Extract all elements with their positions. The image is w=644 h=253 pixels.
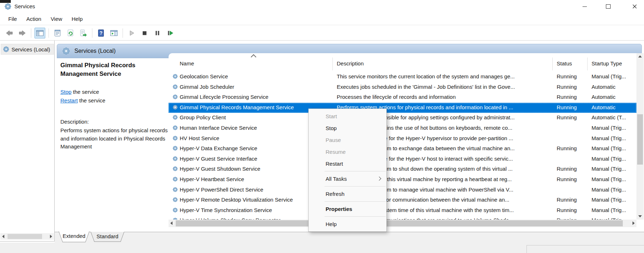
table-row[interactable]: Gimmal Physical Records Management Servi… (169, 103, 636, 113)
stop-icon[interactable] (139, 28, 150, 38)
menu-action[interactable]: Action (22, 13, 46, 25)
pause-icon[interactable] (152, 28, 163, 38)
menu-item-label: Help (326, 221, 337, 227)
context-menu-item-stop[interactable]: Stop (309, 122, 386, 134)
table-row[interactable]: Hyper-V Remote Desktop Virtualization Se… (169, 195, 636, 206)
context-menu-item-pause[interactable]: Pause (309, 134, 386, 146)
menu-separator (325, 186, 386, 187)
back-icon[interactable] (4, 28, 15, 38)
export-list-icon[interactable] (78, 28, 89, 38)
context-menu-item-start[interactable]: Start (309, 110, 386, 122)
scrollbar-thumb[interactable] (176, 220, 623, 226)
submenu-arrow-icon (377, 176, 381, 180)
menu-view[interactable]: View (46, 13, 67, 25)
table-row[interactable]: Group Policy ClientThe service is respon… (169, 113, 636, 123)
stop-service-line: Stop the service (60, 88, 165, 96)
tab-extended[interactable]: Extended (59, 231, 89, 242)
scroll-up-icon[interactable] (638, 55, 642, 58)
menu-help[interactable]: Help (67, 13, 87, 25)
column-header-status[interactable]: Status (557, 60, 572, 66)
stop-service-link[interactable]: Stop (60, 89, 72, 95)
selected-service-title: Gimmal Physical Records Management Servi… (60, 61, 165, 78)
scrollbar-thumb[interactable] (637, 114, 643, 165)
service-gear-icon (172, 115, 178, 120)
title-bar: Services (0, 0, 644, 13)
restart-icon[interactable] (165, 28, 176, 38)
scroll-left-icon[interactable] (170, 221, 172, 225)
refresh-icon[interactable] (65, 28, 76, 38)
name-cell: Gimmal Lifecycle Processing Service (180, 94, 332, 100)
table-row[interactable]: Hyper-V Data Exchange ServiceProvides a … (169, 144, 636, 154)
services-window: Services FileActionViewHelp ? Services (… (0, 0, 644, 253)
tab-label: Standard (91, 232, 124, 241)
show-action-pane-icon[interactable] (109, 28, 119, 38)
column-header-startup-type[interactable]: Startup Type (592, 60, 622, 66)
close-icon (632, 4, 637, 9)
table-row[interactable]: Gimmal Lifecycle Processing ServiceProce… (169, 92, 636, 103)
status-cell: Running (557, 104, 587, 110)
menu-separator (325, 171, 386, 171)
services-gear-icon (3, 46, 9, 52)
startup-type-cell: Manual (Trig... (592, 197, 635, 203)
menu-item-label: Properties (326, 206, 352, 212)
service-gear-icon (172, 197, 178, 203)
table-row[interactable]: Hyper-V Volume Shadow Copy RequestorCoor… (169, 216, 636, 220)
tree-horizontal-scrollbar[interactable] (0, 233, 54, 240)
description-cell: Executes jobs scheduled in the 'Gimmal -… (337, 84, 551, 90)
context-menu-item-restart[interactable]: Restart (309, 158, 386, 170)
context-menu: StartStopPauseResumeRestartAll TasksRefr… (308, 109, 387, 232)
startup-type-cell: Automatic (592, 104, 635, 110)
table-row[interactable]: Hyper-V Guest Service InterfaceProvides … (169, 154, 636, 165)
status-cell: Running (557, 166, 587, 172)
table-row[interactable]: Hyper-V Guest Shutdown ServiceProvides a… (169, 164, 636, 175)
menu-file[interactable]: File (4, 13, 22, 25)
restart-service-line: Restart the service (60, 96, 165, 105)
toolbar-separator (123, 28, 123, 38)
table-row[interactable]: Hyper-V Heartbeat ServiceMonitors the st… (169, 175, 636, 185)
tab-standard[interactable]: Standard (91, 232, 124, 242)
properties-icon[interactable] (52, 28, 63, 38)
scrollbar-thumb[interactable] (8, 234, 42, 239)
context-menu-item-resume[interactable]: Resume (309, 146, 386, 158)
service-gear-icon (172, 187, 178, 193)
table-row[interactable]: Geolocation ServiceThis service monitors… (169, 72, 636, 82)
context-menu-item-refresh[interactable]: Refresh (309, 188, 386, 200)
column-header-name[interactable]: Name (180, 60, 194, 66)
startup-type-cell: Manual (Trig... (592, 207, 635, 213)
table-row[interactable]: Human Interface Device ServiceActivates … (169, 123, 636, 134)
list-horizontal-scrollbar[interactable] (169, 220, 636, 227)
table-row[interactable]: Hyper-V Time Synchronization ServiceSync… (169, 206, 636, 216)
help-icon[interactable]: ? (96, 28, 106, 38)
column-header-description[interactable]: Description (337, 60, 364, 66)
name-cell: Gimmal Job Scheduler (180, 84, 332, 90)
table-row[interactable]: HV Host ServiceProvides an interface for… (169, 134, 636, 144)
pane-header-title: Services (Local) (74, 44, 116, 58)
service-gear-icon (172, 74, 178, 79)
menu-separator (325, 216, 386, 217)
restart-service-link[interactable]: Restart (60, 97, 78, 104)
maximize-button[interactable] (599, 0, 617, 13)
scroll-right-icon[interactable] (50, 235, 52, 238)
list-vertical-scrollbar[interactable] (636, 53, 644, 220)
context-menu-item-properties[interactable]: Properties (309, 203, 386, 215)
service-gear-icon (172, 166, 178, 172)
forward-icon[interactable] (17, 28, 28, 38)
scroll-right-icon[interactable] (632, 221, 635, 225)
service-gear-icon (172, 105, 178, 110)
table-row[interactable]: Hyper-V PowerShell Direct ServiceProvide… (169, 185, 636, 196)
scroll-down-icon[interactable] (638, 215, 642, 217)
minimize-button[interactable] (576, 0, 594, 13)
service-gear-icon (172, 156, 178, 162)
scroll-left-icon[interactable] (2, 235, 4, 238)
startup-type-cell: Manual (Trig... (592, 73, 635, 79)
menu-item-label: Stop (326, 125, 337, 131)
context-menu-item-help[interactable]: Help (309, 218, 386, 230)
table-row[interactable]: Gimmal Job SchedulerExecutes jobs schedu… (169, 82, 636, 93)
column-divider (587, 58, 588, 70)
start-icon[interactable] (126, 28, 137, 38)
tree-item-services-local[interactable]: Services (Local) (1, 44, 54, 55)
show-console-tree-icon[interactable] (34, 28, 45, 38)
close-button[interactable] (626, 0, 644, 13)
service-rows: Geolocation ServiceThis service monitors… (169, 72, 636, 220)
context-menu-item-all-tasks[interactable]: All Tasks (309, 173, 386, 185)
